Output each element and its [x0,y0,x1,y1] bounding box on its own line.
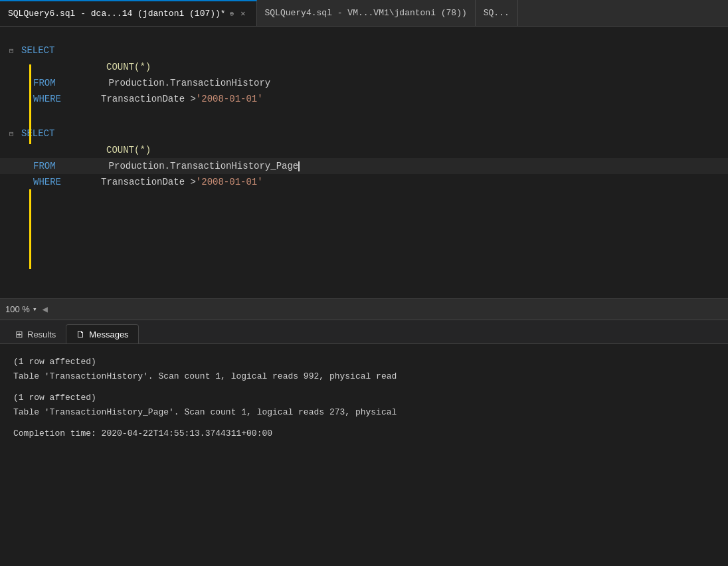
query2-table: Production.TransactionHistory_Page [109,158,300,174]
msg-line-3: (1 row affected) [13,391,715,405]
query2-count-line: COUNT(*) [0,142,728,158]
tab-results[interactable]: ⊞ Results [5,324,66,343]
tab-close-icon[interactable]: ✕ [238,7,248,20]
text-cursor [298,161,300,171]
tab-bar: SQLQuery6.sql - dca...14 (jdantoni (107)… [0,0,728,27]
results-tab-bar: ⊞ Results 🗋 Messages [0,320,728,344]
query1-where-kw: WHERE [33,91,61,107]
tab-pin-icon[interactable]: ⊕ [230,9,234,18]
zoom-bar: 100 % ▾ ◀ [0,299,728,320]
tab-sqlquery6-label: SQLQuery6.sql - dca...14 (jdantoni (107)… [8,9,226,19]
messages-area: (1 row affected) Table 'TransactionHisto… [0,344,728,566]
query2-where-line: WHERE TransactionDate > '2008-01-01' [0,174,728,190]
tab-sqlquery4-label: SQLQuery4.sql - VM...VM1\jdantoni (78)) [265,8,467,18]
query2-condition: TransactionDate > [101,174,196,190]
fold-icon-2[interactable]: ⊟ [9,126,19,142]
query2-from-kw: FROM [33,158,56,174]
query2-date: '2008-01-01' [196,174,263,190]
block2-border [29,189,31,269]
query1-select-kw: SELECT [21,43,54,58]
messages-doc-icon: 🗋 [76,329,85,339]
query2-count-kw: COUNT(*) [106,142,151,158]
zoom-level-label: 100 % [5,304,30,314]
msg-line-2: Table 'TransactionHistory'. Scan count 1… [13,369,715,384]
block1-border [29,64,31,144]
msg-line-4: Table 'TransactionHistory_Page'. Scan co… [13,405,715,420]
editor-area[interactable]: ⊟ SELECT COUNT(*) FROM Production.Transa… [0,27,728,299]
query2-where-kw: WHERE [33,174,61,190]
query1-date: '2008-01-01' [196,91,263,107]
tab-sqlquery6[interactable]: SQLQuery6.sql - dca...14 (jdantoni (107)… [0,0,257,26]
tab-sq[interactable]: SQ... [476,0,518,26]
query2-select-kw: SELECT [21,126,54,142]
query1-select-line: ⊟ SELECT [0,43,728,59]
tab-messages[interactable]: 🗋 Messages [66,324,138,343]
msg-gap-2 [13,420,715,426]
query-spacer [0,107,728,126]
msg-gap-1 [13,384,715,391]
msg-line-1: (1 row affected) [13,355,715,369]
query1-table: Production.TransactionHistory [109,75,271,91]
tab-sq-label: SQ... [484,8,509,18]
query1-where-line: WHERE TransactionDate > '2008-01-01' [0,91,728,107]
query1-condition: TransactionDate > [101,91,196,107]
query1-count-kw: COUNT(*) [106,59,151,75]
tab-messages-label: Messages [89,330,128,339]
results-grid-icon: ⊞ [15,329,23,339]
query1-count-line: COUNT(*) [0,59,728,75]
query2-select-line: ⊟ SELECT [0,126,728,142]
scroll-right-arrow[interactable]: ◀ [43,304,48,315]
tab-sqlquery4[interactable]: SQLQuery4.sql - VM...VM1\jdantoni (78)) [257,0,476,26]
tab-results-label: Results [27,330,56,339]
query1-from-line: FROM Production.TransactionHistory [0,75,728,91]
msg-line-5: Completion time: 2020-04-22T14:55:13.374… [13,426,715,441]
query2-from-line: FROM Production.TransactionHistory_Page [0,158,728,174]
query1-from-kw: FROM [33,75,56,91]
fold-icon-1[interactable]: ⊟ [9,43,19,59]
zoom-dropdown-icon[interactable]: ▾ [33,305,37,314]
